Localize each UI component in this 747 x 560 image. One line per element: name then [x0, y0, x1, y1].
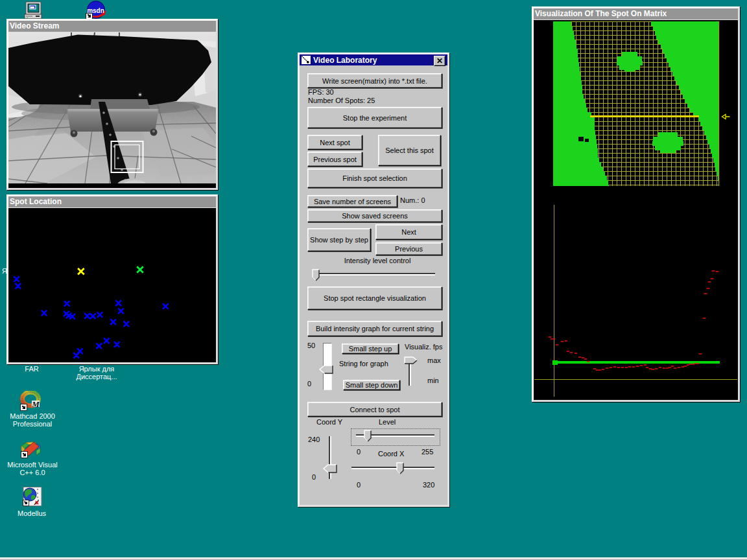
svg-text:M: M	[31, 399, 40, 409]
